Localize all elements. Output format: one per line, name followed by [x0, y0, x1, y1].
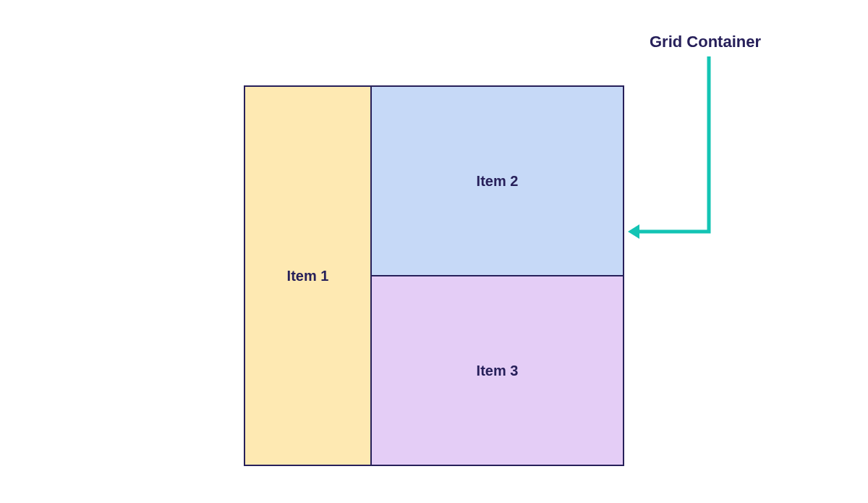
- grid-item-2-label: Item 2: [477, 173, 519, 190]
- annotation-arrow-icon: [622, 51, 738, 261]
- grid-item-3: Item 3: [371, 276, 624, 465]
- annotation-label: Grid Container: [650, 33, 761, 51]
- grid-item-3-label: Item 3: [477, 363, 519, 379]
- grid-item-1-label: Item 1: [287, 268, 329, 284]
- grid-item-1: Item 1: [244, 86, 371, 465]
- diagram-canvas: Item 1 Item 2 Item 3 Grid Container: [0, 0, 868, 503]
- grid-container: Item 1 Item 2 Item 3: [244, 85, 624, 466]
- grid-item-2: Item 2: [371, 86, 624, 276]
